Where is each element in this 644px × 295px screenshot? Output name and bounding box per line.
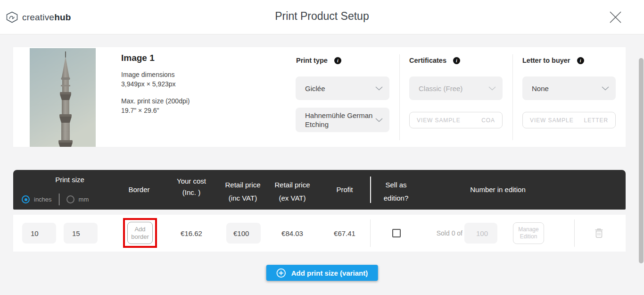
- letter-to-buyer-label: Letter to buyer i: [522, 57, 584, 64]
- inches-label: inches: [34, 196, 52, 203]
- letter-info-icon[interactable]: i: [577, 57, 584, 64]
- chevron-down-icon: [488, 86, 496, 91]
- section-divider: [399, 54, 400, 140]
- view-sample-letter-button[interactable]: VIEW SAMPLE LETTER: [522, 112, 616, 128]
- highlight-box: Add border: [123, 218, 157, 248]
- row-divider: [370, 219, 371, 247]
- print-size-header: Print size: [32, 176, 107, 184]
- unit-toggle: inches mm: [22, 194, 89, 205]
- paper-type-dropdown[interactable]: Hahnemühle German Etching: [296, 108, 389, 132]
- max-print-label: Max. print size (200dpi): [121, 96, 190, 106]
- cost-header: Your cost (Inc. ): [163, 176, 220, 198]
- print-type-dropdown[interactable]: Giclée: [296, 76, 389, 100]
- mm-label: mm: [79, 196, 89, 203]
- table-row: Add border €16.62 €84.03 €67.41 Sold 0 o…: [13, 215, 626, 252]
- mm-radio[interactable]: [66, 195, 74, 203]
- border-header: Border: [111, 185, 167, 194]
- profit-value: €67.41: [316, 229, 373, 237]
- print-type-label: Print type i: [296, 57, 341, 64]
- certificates-info-icon[interactable]: i: [453, 57, 460, 64]
- section-divider: [512, 54, 513, 140]
- certificates-dropdown[interactable]: Classic (Free): [409, 76, 503, 100]
- close-icon[interactable]: [608, 10, 623, 25]
- product-image-minaret: [30, 48, 96, 147]
- view-sample-coa-button[interactable]: VIEW SAMPLE COA: [409, 112, 503, 128]
- delete-row-trash-icon[interactable]: [594, 228, 603, 238]
- print-type-info-icon[interactable]: i: [334, 57, 341, 64]
- manage-edition-button[interactable]: Manage Edition: [513, 222, 544, 244]
- retail-inc-header: Retail price (inc VAT): [215, 178, 271, 205]
- retail-ex-header: Retail price (ex VAT): [264, 178, 321, 205]
- width-input[interactable]: [22, 223, 56, 244]
- add-border-button[interactable]: Add border: [127, 222, 153, 244]
- vertical-scrollbar[interactable]: [639, 58, 644, 263]
- certificates-label: Certificates i: [409, 57, 460, 64]
- page-title: Print Product Setup: [0, 10, 644, 23]
- chevron-down-icon: [375, 86, 383, 91]
- sell-as-edition-checkbox[interactable]: [392, 229, 401, 237]
- image-name: Image 1: [121, 53, 155, 63]
- unit-divider: [59, 194, 59, 205]
- retail-price-input[interactable]: [226, 223, 261, 244]
- max-print-value: 19.7" × 29.6": [121, 106, 190, 115]
- row-divider: [574, 219, 575, 247]
- chevron-down-icon: [602, 86, 609, 91]
- retail-ex-vat-value: €84.03: [264, 229, 321, 237]
- chevron-down-icon: [375, 118, 383, 122]
- edition-size-input[interactable]: [464, 223, 497, 244]
- height-input[interactable]: [64, 223, 98, 244]
- number-in-edition-header: Number in edition: [451, 185, 545, 194]
- top-bar: creativehub Print Product Setup: [0, 0, 644, 34]
- plus-circle-icon: [276, 268, 286, 278]
- sell-as-edition-header: Sell as edition?: [368, 178, 424, 205]
- sold-count-label: Sold 0 of: [421, 229, 462, 237]
- profit-header: Profit: [316, 185, 373, 194]
- product-card: Image 1 Image dimensions 3,949px × 5,923…: [13, 47, 626, 147]
- image-dimensions-label: Image dimensions: [121, 70, 190, 79]
- your-cost-value: €16.62: [163, 229, 220, 237]
- letter-dropdown[interactable]: None: [522, 76, 616, 100]
- table-header: Print size inches mm Border Your cost (I…: [13, 170, 626, 210]
- inches-radio[interactable]: [22, 195, 30, 203]
- image-dimensions-value: 3,949px × 5,923px: [121, 79, 190, 89]
- add-print-size-button[interactable]: Add print size (variant): [266, 265, 378, 281]
- image-meta: Image dimensions 3,949px × 5,923px Max. …: [121, 70, 190, 115]
